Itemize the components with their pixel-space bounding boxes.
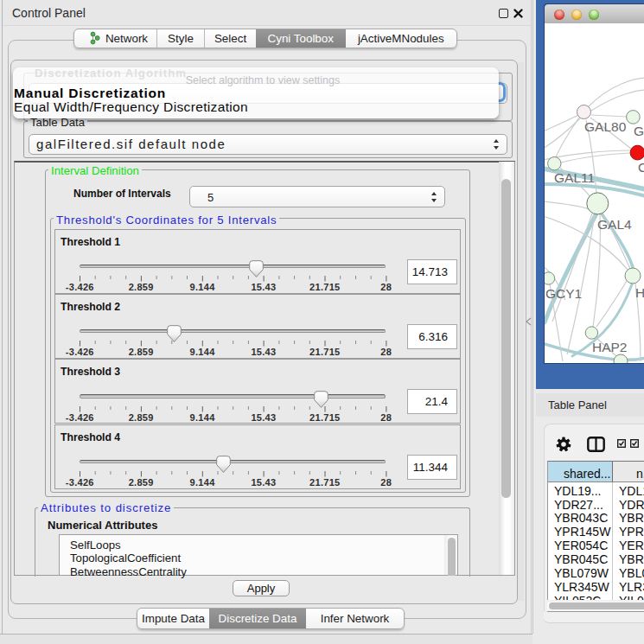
svg-text:GCY1: GCY1 [545,286,582,301]
svg-text:H: H [635,285,644,300]
svg-text:GAL4: GAL4 [597,217,632,232]
svg-text:GAL80: GAL80 [584,119,627,134]
svg-text:GAL11: GAL11 [554,170,595,185]
svg-text:C: C [638,160,644,175]
svg-text:HAP2: HAP2 [592,340,628,354]
svg-text:G.: G. [634,124,644,138]
